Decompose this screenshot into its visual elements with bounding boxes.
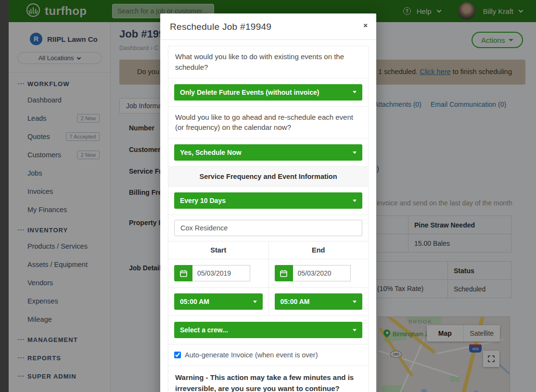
- crew-placeholder: Select a crew...: [180, 326, 228, 334]
- start-date-cell: [168, 259, 268, 287]
- warning-text: Warning - This action may take a few min…: [168, 366, 369, 392]
- start-time-value: 05:00 AM: [180, 298, 209, 305]
- start-calendar-button[interactable]: [174, 265, 192, 281]
- modal-close-icon[interactable]: ×: [363, 22, 368, 29]
- frequency-select[interactable]: Every 10 Days: [174, 192, 362, 209]
- reschedule-job-modal: Reschedule Job #19949 × What would you l…: [160, 13, 376, 392]
- event-name-row: [168, 215, 369, 241]
- reschedule-now-value: Yes, Schedule Now: [180, 149, 242, 156]
- caret-down-icon: [353, 91, 357, 93]
- end-date-cell: [268, 259, 369, 287]
- auto-invoice-row: Auto-generate Invoice (when event is ove…: [168, 344, 369, 366]
- reschedule-now-row: Yes, Schedule Now: [168, 138, 369, 167]
- end-calendar-button[interactable]: [275, 265, 293, 281]
- start-column-header: Start: [168, 241, 268, 259]
- start-end-grid: Start End: [168, 241, 369, 316]
- app-window: turfhop Help Billy Kraft R RIIPL Lawn Co…: [0, 0, 536, 392]
- frequency-row: Every 10 Days: [168, 186, 369, 215]
- frequency-value: Every 10 Days: [180, 197, 226, 204]
- crew-row: Select a crew...: [168, 316, 369, 344]
- auto-invoice-checkbox[interactable]: [174, 352, 181, 358]
- reschedule-now-question: Would you like to go ahead and re-schedu…: [168, 106, 369, 139]
- start-time-select[interactable]: 05:00 AM: [174, 293, 263, 310]
- end-time-value: 05:00 AM: [281, 298, 310, 305]
- start-date-input[interactable]: [192, 265, 250, 281]
- caret-down-icon: [253, 301, 257, 303]
- crew-select[interactable]: Select a crew...: [174, 322, 362, 338]
- frequency-section-header: Service Frequency and Event Information: [168, 166, 369, 187]
- existing-events-value: Only Delete Future Events (without invoi…: [180, 89, 319, 96]
- existing-events-select[interactable]: Only Delete Future Events (without invoi…: [174, 84, 362, 101]
- reschedule-now-select[interactable]: Yes, Schedule Now: [174, 144, 362, 161]
- modal-body: What would you like to do with existing …: [160, 40, 376, 392]
- caret-down-icon: [353, 329, 357, 331]
- event-name-input[interactable]: [174, 220, 362, 236]
- calendar-icon: [180, 270, 187, 277]
- caret-down-icon: [353, 301, 357, 303]
- existing-events-question: What would you like to do with existing …: [168, 46, 369, 78]
- existing-events-row: Only Delete Future Events (without invoi…: [168, 78, 369, 107]
- modal-title: Reschedule Job #19949: [160, 13, 376, 40]
- end-column-header: End: [268, 241, 369, 259]
- auto-invoice-label: Auto-generate Invoice (when event is ove…: [185, 351, 318, 359]
- caret-down-icon: [353, 152, 357, 154]
- end-time-select[interactable]: 05:00 AM: [275, 293, 363, 310]
- caret-down-icon: [353, 200, 357, 202]
- end-date-input[interactable]: [293, 265, 351, 281]
- start-time-cell: 05:00 AM: [168, 287, 268, 316]
- end-time-cell: 05:00 AM: [268, 287, 369, 316]
- calendar-icon: [280, 270, 287, 277]
